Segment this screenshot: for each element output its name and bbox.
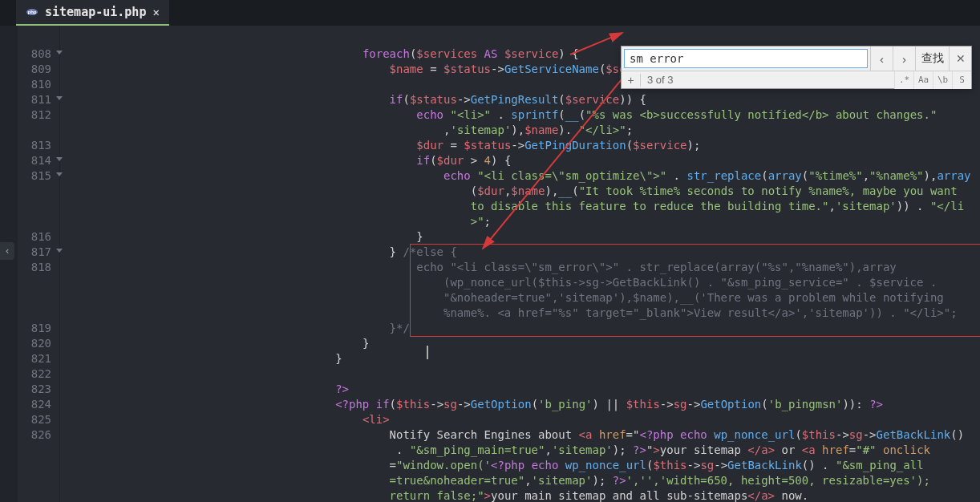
code-line: } (60, 352, 980, 367)
line-number (18, 459, 59, 474)
line-number (18, 443, 59, 459)
code-line: =true&noheader=true",'sitemap'); ?>','',… (60, 474, 980, 489)
text-cursor (427, 346, 428, 359)
code-line: } (60, 230, 980, 245)
svg-text:php: php (28, 10, 37, 14)
line-number: 824 (18, 398, 59, 413)
code-line: return false;">your main sitemap and all… (60, 489, 980, 502)
line-number (18, 474, 59, 489)
file-tab[interactable]: php sitemap-ui.php ✕ (16, 0, 169, 26)
line-number: 814 (18, 154, 59, 169)
code-line: }*/ (60, 322, 980, 337)
line-number: 817 (18, 245, 59, 261)
code-line: <li> (60, 413, 980, 428)
code-line: $dur = $status->GetPingDuration($service… (60, 139, 980, 154)
line-number (18, 200, 59, 215)
search-expand-button[interactable]: + (622, 74, 641, 87)
search-case-toggle[interactable]: Aa (913, 71, 933, 89)
line-number: 826 (18, 428, 59, 443)
editor: ‹ 80880981081181281381481581681781881982… (0, 26, 980, 502)
line-number: 809 (18, 63, 59, 78)
line-number: 818 (18, 261, 59, 276)
search-wholeword-toggle[interactable]: \b (933, 71, 952, 89)
line-number (18, 489, 59, 502)
tab-filename: sitemap-ui.php (45, 5, 146, 19)
line-number: 821 (18, 352, 59, 367)
code-line: >"; (60, 215, 980, 230)
line-number: 822 (18, 367, 59, 383)
line-number: 815 (18, 169, 59, 184)
line-number: 808 (18, 47, 59, 63)
line-number: 819 (18, 322, 59, 337)
code-line: "&noheader=true",'sitemap'),$name),__('T… (60, 291, 980, 306)
line-number (18, 291, 59, 306)
line-number (18, 184, 59, 200)
code-line: ($dur,$name),__("It took %time% seconds … (60, 184, 980, 200)
line-number (18, 276, 59, 291)
line-number: 820 (18, 337, 59, 352)
search-input[interactable] (624, 49, 868, 68)
line-number-gutter: 8088098108118128138148158168178188198208… (18, 26, 59, 502)
code-line: Notify Search Engines about <a href="<?p… (60, 428, 980, 443)
line-number (18, 123, 59, 139)
search-find-button[interactable]: 查找 (915, 47, 949, 71)
line-number: 823 (18, 383, 59, 398)
php-file-icon: php (26, 6, 38, 18)
code-line: echo "<li class=\"sm_error\">" . str_rep… (60, 261, 980, 276)
search-panel: ‹ › 查找 ✕ + 3 of 3 .* Aa \b S (621, 46, 972, 89)
line-number (18, 215, 59, 230)
line-number: 816 (18, 230, 59, 245)
code-line: <?php if($this->sg->GetOption('b_ping') … (60, 398, 980, 413)
line-number: 825 (18, 413, 59, 428)
code-line: %name%. <a href="%s" target="_blank">Vie… (60, 306, 980, 322)
code-line: ="window.open('<?php echo wp_nonce_url($… (60, 459, 980, 474)
code-line: ,'sitemap'),$name). "</li>"; (60, 123, 980, 139)
code-line: } /*else { (60, 245, 980, 261)
line-number: 812 (18, 108, 59, 123)
code-line: if($dur > 4) { (60, 154, 980, 169)
tab-bar: php sitemap-ui.php ✕ (0, 0, 980, 26)
close-icon[interactable]: ✕ (152, 6, 159, 18)
code-line (60, 367, 980, 383)
line-number: 811 (18, 93, 59, 108)
line-number: 810 (18, 78, 59, 93)
search-selection-toggle[interactable]: S (952, 71, 971, 89)
activity-bar: ‹ (0, 26, 18, 502)
line-number: 813 (18, 139, 59, 154)
search-next-button[interactable]: › (893, 47, 915, 71)
code-line: if($status->GetPingResult($service)) { (60, 93, 980, 108)
search-prev-button[interactable]: ‹ (870, 47, 893, 71)
code-line: echo "<li class=\"sm_optimize\">" . str_… (60, 169, 980, 184)
code-line: to disable this feature to reduce the bu… (60, 200, 980, 215)
code-line: (wp_nonce_url($this->sg->GetBackLink() .… (60, 276, 980, 291)
code-line: ?> (60, 383, 980, 398)
code-line: . "&sm_ping_main=true",'sitemap'); ?>">y… (60, 443, 980, 459)
line-number (18, 306, 59, 322)
code-line: } (60, 337, 980, 352)
search-close-button[interactable]: ✕ (949, 47, 971, 71)
search-result-count: 3 of 3 (641, 74, 894, 86)
search-regex-toggle[interactable]: .* (894, 71, 913, 89)
code-area[interactable]: foreach($services AS $service) { $name =… (60, 26, 980, 502)
code-line: echo "<li>" . sprintf(__("%s was <b>succ… (60, 108, 980, 123)
panel-toggle-icon[interactable]: ‹ (0, 242, 14, 260)
